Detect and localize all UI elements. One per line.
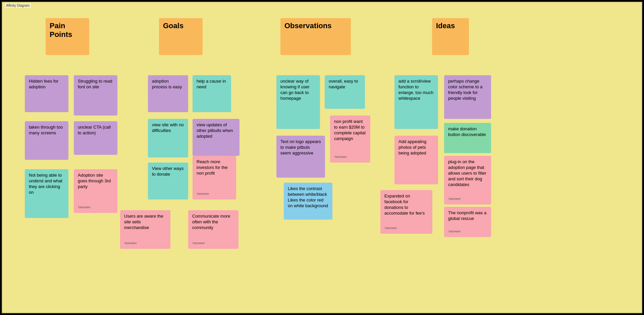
sticky-text: Struggling to read font on site bbox=[78, 79, 113, 90]
sticky-text: Text on logo appears to make pitbuls see… bbox=[280, 139, 321, 156]
sticky-author: Yasmeen bbox=[197, 190, 232, 196]
sticky-text: Hidden fees for adoption bbox=[29, 79, 64, 90]
category-observations: Observations bbox=[280, 18, 351, 55]
sticky-s19[interactable]: Likes the contrast between white/black L… bbox=[284, 183, 332, 220]
sticky-text: view updates of other pitbulls when adop… bbox=[197, 122, 235, 139]
sticky-text: Communicate more often with the communit… bbox=[192, 214, 234, 231]
sticky-text: Reach more investors for the non profit bbox=[197, 159, 232, 176]
sticky-s10[interactable]: view updates of other pitbulls when adop… bbox=[193, 119, 239, 156]
category-label: Ideas bbox=[436, 21, 465, 30]
category-label: Observations bbox=[284, 21, 347, 30]
sticky-text: Add appealing photos of pets being adopt… bbox=[398, 139, 434, 156]
sticky-s7[interactable]: adoption process is easy bbox=[148, 75, 188, 112]
sticky-s12[interactable]: Reach more investors for the non profitY… bbox=[193, 156, 236, 199]
sticky-author: Yasmeen bbox=[124, 239, 166, 245]
sticky-text: make donation button discoverable bbox=[448, 126, 487, 138]
sticky-text: view site with no difficulties bbox=[152, 122, 184, 134]
sticky-text: taken through too many screens bbox=[29, 125, 64, 136]
category-pain-points: Pain Points bbox=[46, 18, 89, 55]
sticky-s13[interactable]: Users are aware the site sells merchandi… bbox=[120, 210, 170, 249]
sticky-text: non profit want to earn $20M to complete… bbox=[334, 119, 366, 142]
category-label: Goals bbox=[163, 21, 199, 30]
sticky-s20[interactable]: add a scroll/view function to enlarge. t… bbox=[394, 75, 438, 129]
sticky-s15[interactable]: unclear way of knowing if user can go ba… bbox=[276, 75, 320, 129]
sticky-text: Expanded on facebook for donations to ac… bbox=[384, 193, 428, 216]
affinity-board: Affinity Diagram Pain PointsGoalsObserva… bbox=[1, 1, 643, 314]
sticky-text: help a cause in need bbox=[197, 79, 227, 90]
sticky-text: plug-in on the adoption page that allows… bbox=[448, 159, 487, 187]
category-label: Pain Points bbox=[50, 21, 85, 39]
sticky-s5[interactable]: Not being able to underst and what they … bbox=[25, 169, 68, 218]
sticky-text: unclear CTA (call to action) bbox=[78, 125, 113, 136]
sticky-author: Yasmeen bbox=[448, 228, 487, 234]
sticky-s23[interactable]: make donation button discoverable bbox=[444, 123, 491, 153]
sticky-author: Yasmeen bbox=[192, 239, 234, 245]
sticky-s26[interactable]: The nonprofit was a global rescueYasmeen bbox=[444, 207, 491, 237]
sticky-s22[interactable]: Add appealing photos of pets being adopt… bbox=[394, 136, 438, 184]
sticky-text: View other ways to donate bbox=[152, 166, 184, 177]
sticky-s18[interactable]: Text on logo appears to make pitbuls see… bbox=[276, 136, 325, 178]
sticky-s17[interactable]: non profit want to earn $20M to complete… bbox=[330, 116, 370, 163]
sticky-s2[interactable]: Struggling to read font on site bbox=[74, 75, 117, 116]
sticky-text: overall, easy to navigate bbox=[329, 79, 361, 90]
sticky-s8[interactable]: help a cause in need bbox=[193, 75, 231, 112]
sticky-s21[interactable]: perhaps change color scheme to a friendl… bbox=[444, 75, 491, 119]
sticky-author: Yasmeen bbox=[448, 195, 487, 201]
sticky-text: Adoption site goes through 3rd party bbox=[78, 173, 113, 190]
sticky-author: Yasmeen bbox=[78, 204, 113, 210]
sticky-s1[interactable]: Hidden fees for adoption bbox=[25, 75, 68, 112]
sticky-s4[interactable]: unclear CTA (call to action) bbox=[74, 121, 117, 155]
sticky-text: Likes the contrast between white/black L… bbox=[288, 186, 328, 209]
sticky-s9[interactable]: view site with no difficulties bbox=[148, 119, 188, 158]
category-goals: Goals bbox=[159, 18, 203, 55]
sticky-author: Yasmeen bbox=[334, 153, 366, 159]
sticky-text: perhaps change color scheme to a friendl… bbox=[448, 79, 487, 101]
sticky-text: adoption process is easy bbox=[152, 79, 184, 90]
sticky-text: Users are aware the site sells merchandi… bbox=[124, 214, 166, 231]
sticky-s14[interactable]: Communicate more often with the communit… bbox=[188, 210, 238, 249]
category-ideas: Ideas bbox=[432, 18, 469, 55]
sticky-s6[interactable]: Adoption site goes through 3rd partyYasm… bbox=[74, 169, 117, 213]
app-title: Affinity Diagram bbox=[5, 3, 31, 8]
sticky-author: Yasmeen bbox=[384, 224, 428, 230]
sticky-text: Not being able to underst and what they … bbox=[29, 173, 64, 195]
sticky-s25[interactable]: Expanded on facebook for donations to ac… bbox=[380, 190, 432, 234]
sticky-text: add a scroll/view function to enlarge. t… bbox=[398, 79, 434, 101]
sticky-text: unclear way of knowing if user can go ba… bbox=[280, 79, 316, 101]
sticky-s24[interactable]: plug-in on the adoption page that allows… bbox=[444, 156, 491, 205]
sticky-s3[interactable]: taken through too many screens bbox=[25, 121, 68, 160]
sticky-s11[interactable]: View other ways to donate bbox=[148, 163, 188, 199]
sticky-s16[interactable]: overall, easy to navigate bbox=[325, 75, 365, 109]
sticky-text: The nonprofit was a global rescue bbox=[448, 210, 487, 222]
